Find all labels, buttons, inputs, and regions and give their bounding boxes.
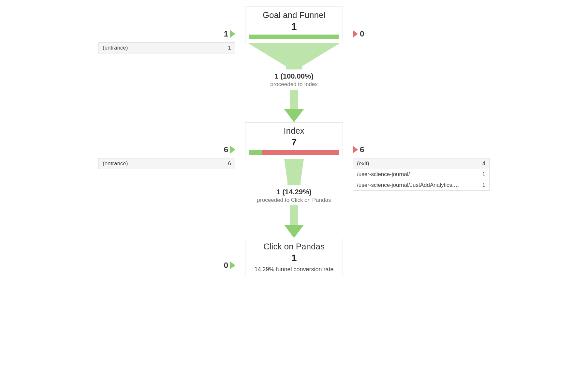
funnel-shape-icon [248, 159, 340, 185]
step-card-click-on-pandas: Click on Pandas 1 14.29% funnel conversi… [245, 238, 343, 277]
funnel-step-2: 6 (entrance) 6 Index 7 [82, 122, 506, 238]
step1-outflow: 0 [353, 29, 364, 38]
step3-in-count: 0 [224, 261, 228, 270]
funnel-step-1: 1 (entrance) 1 Goal and Funnel 1 [82, 7, 506, 122]
connector-main-text: 1 (14.29%) [257, 188, 331, 196]
funnel-shape-icon [248, 43, 340, 69]
step2-inflow: 6 [98, 145, 235, 154]
step1-inflow: 1 [98, 29, 235, 38]
step-title: Click on Pandas [249, 242, 339, 252]
step-title: Index [249, 126, 339, 136]
path-label: /user-science-journal/JustAddAnalytics.… [357, 182, 459, 188]
step2-in-paths-table: (entrance) 6 [98, 158, 235, 169]
funnel-connector-2: 1 (14.29%) proceeded to Click on Pandas [248, 159, 340, 238]
step1-out-count: 0 [360, 29, 364, 38]
step2-out-count: 6 [360, 145, 364, 154]
path-value: 1 [225, 45, 231, 51]
svg-rect-0 [290, 90, 298, 109]
path-label: /user-science-journal/ [357, 171, 410, 178]
conversion-rate-text: 14.29% funnel conversion rate [249, 266, 339, 273]
step-count: 7 [249, 137, 339, 148]
step1-in-count: 1 [224, 29, 228, 38]
step2-out-paths-table: (exit) 4 /user-science-journal/ 1 /user-… [353, 158, 490, 191]
arrow-down-icon [284, 90, 304, 122]
table-row[interactable]: (entrance) 1 [99, 43, 235, 53]
arrow-in-icon [230, 146, 235, 154]
arrow-in-icon [230, 30, 235, 38]
step-progress-bar [249, 150, 339, 155]
arrow-out-icon [353, 146, 358, 154]
funnel-connector-1: 1 (100.00%) proceeded to Index [248, 43, 340, 122]
step3-inflow: 0 [224, 261, 235, 270]
path-value: 6 [225, 160, 231, 167]
path-value: 1 [479, 171, 485, 178]
step2-in-count: 6 [224, 145, 228, 154]
step-title: Goal and Funnel [249, 10, 339, 20]
step2-outflow: 6 [353, 145, 490, 154]
path-value: 4 [479, 160, 485, 167]
arrow-in-icon [230, 261, 235, 269]
funnel-step-3: 0 Click on Pandas 1 14.29% funnel conver… [82, 238, 506, 277]
arrow-down-icon [284, 205, 304, 238]
step-count: 1 [249, 252, 339, 263]
path-label: (entrance) [103, 160, 128, 167]
svg-rect-1 [290, 205, 298, 225]
path-label: (exit) [357, 160, 369, 167]
table-row[interactable]: (entrance) 6 [99, 158, 235, 169]
funnel-visualization: 1 (entrance) 1 Goal and Funnel 1 [82, 7, 506, 277]
step-card-index: Index 7 [245, 122, 343, 159]
table-row[interactable]: /user-science-journal/JustAddAnalytics.…… [353, 180, 489, 190]
step-count: 1 [249, 21, 339, 32]
arrow-out-icon [353, 30, 358, 38]
table-row[interactable]: /user-science-journal/ 1 [353, 169, 489, 180]
connector-sub-text: proceeded to Click on Pandas [257, 197, 331, 203]
path-label: (entrance) [103, 45, 128, 51]
connector-main-text: 1 (100.00%) [270, 72, 318, 81]
connector-sub-text: proceeded to Index [270, 81, 318, 88]
step-card-goal-and-funnel: Goal and Funnel 1 [245, 7, 343, 43]
path-value: 1 [479, 182, 485, 188]
step-progress-bar [249, 35, 339, 39]
step1-in-paths-table: (entrance) 1 [98, 42, 235, 53]
table-row[interactable]: (exit) 4 [353, 158, 489, 169]
